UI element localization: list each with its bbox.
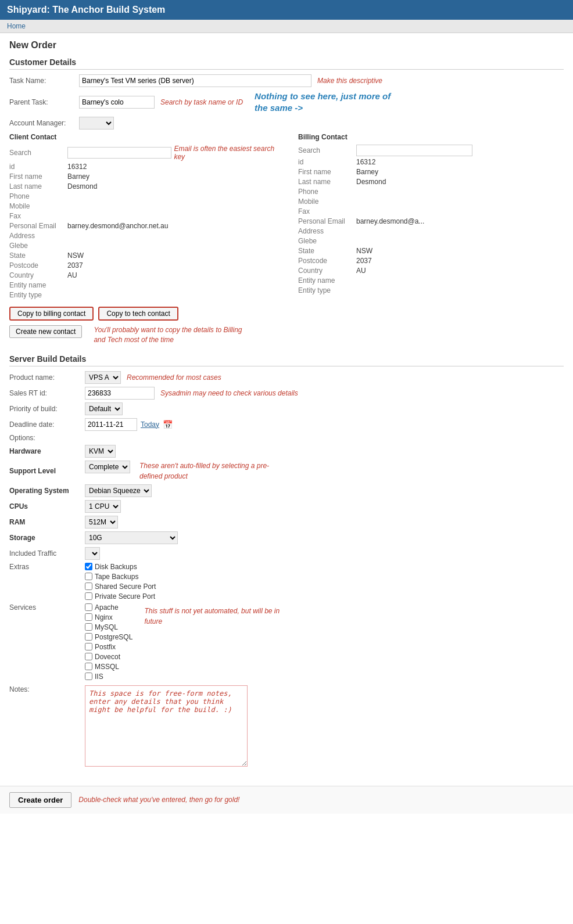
shared-secure-port-checkbox[interactable] xyxy=(85,583,92,590)
deadline-label: Deadline date: xyxy=(9,420,85,429)
deadline-row: Deadline date: Today 📅 xyxy=(9,418,564,431)
billing-email-value: barney.desmond@a... xyxy=(356,217,424,225)
client-email-value: barney.desmond@anchor.net.au xyxy=(67,222,168,230)
client-country-value: AU xyxy=(67,271,77,279)
copy-tech-button[interactable]: Copy to tech contact xyxy=(98,307,178,321)
traffic-row: Included Traffic xyxy=(9,547,564,560)
sales-rt-hint: Sysadmin may need to check various detai… xyxy=(160,389,298,397)
billing-search-label: Search xyxy=(298,146,356,154)
traffic-select[interactable] xyxy=(85,547,100,560)
deadline-input[interactable] xyxy=(85,418,137,431)
client-contact-block: Client Contact Search Email is often the… xyxy=(9,133,275,301)
services-hint: This stuff is not yet automated, but wil… xyxy=(144,606,295,627)
os-select[interactable]: Debian Squeeze xyxy=(85,484,152,497)
contacts-section: Client Contact Search Email is often the… xyxy=(9,133,564,301)
sales-rt-input[interactable] xyxy=(85,387,155,400)
nothing-to-see-annotation: Nothing to see here, just more of the sa… xyxy=(255,91,406,113)
client-entity-type-label: Entity type xyxy=(9,291,67,299)
client-glebe-label: Glebe xyxy=(9,242,67,250)
billing-phone-label: Phone xyxy=(298,188,356,196)
notes-textarea[interactable]: This space is for free-form notes, enter… xyxy=(85,685,248,767)
support-level-row: Support Level Complete These aren't auto… xyxy=(9,461,564,481)
task-name-input[interactable] xyxy=(79,74,311,87)
os-label: Operating System xyxy=(9,487,85,495)
service-dovecot[interactable]: Dovecot xyxy=(85,653,132,661)
billing-first-name-label: First name xyxy=(298,168,356,176)
support-label: Support Level xyxy=(9,467,85,475)
support-annotation-block: Complete These aren't auto-filled by sel… xyxy=(85,461,291,481)
services-checkboxes: Apache Nginx MySQL PostgreSQL Postfix Do… xyxy=(85,603,132,681)
priority-select[interactable]: Default xyxy=(85,402,123,415)
private-secure-port-checkbox[interactable] xyxy=(85,592,92,600)
product-name-select[interactable]: VPS A xyxy=(85,371,121,384)
client-country-label: Country xyxy=(9,271,67,279)
traffic-label: Included Traffic xyxy=(9,549,85,558)
today-link[interactable]: Today xyxy=(141,420,159,429)
hardware-label: Hardware xyxy=(9,447,85,455)
client-search-label: Search xyxy=(9,149,67,157)
product-name-row: Product name: VPS A Recommended for most… xyxy=(9,371,564,384)
client-entity-name-label: Entity name xyxy=(9,281,67,289)
options-label: Options: xyxy=(9,434,85,442)
services-label: Services xyxy=(9,603,85,612)
billing-first-name-value: Barney xyxy=(356,168,378,176)
billing-address-label: Address xyxy=(298,227,356,235)
parent-task-input[interactable] xyxy=(79,96,155,109)
hardware-row: Hardware KVM xyxy=(9,445,564,458)
client-email-label: Personal Email xyxy=(9,222,67,230)
task-name-label: Task Name: xyxy=(9,77,79,85)
copy-billing-button[interactable]: Copy to billing contact xyxy=(9,307,94,321)
service-iis[interactable]: IIS xyxy=(85,673,132,681)
tape-backups-checkbox[interactable] xyxy=(85,573,92,580)
billing-glebe-label: Glebe xyxy=(298,237,356,245)
breadcrumb-home[interactable]: Home xyxy=(7,22,26,30)
service-postgresql[interactable]: PostgreSQL xyxy=(85,633,132,641)
service-apache[interactable]: Apache xyxy=(85,603,132,612)
ram-label: RAM xyxy=(9,518,85,526)
service-nginx[interactable]: Nginx xyxy=(85,613,132,621)
auto-fill-hint: These aren't auto-filled by selecting a … xyxy=(139,461,291,481)
deadline-input-group: Today 📅 xyxy=(85,418,173,431)
client-postcode-value: 2037 xyxy=(67,261,83,269)
service-mysql[interactable]: MySQL xyxy=(85,623,132,631)
disk-backups-checkbox[interactable] xyxy=(85,563,92,570)
billing-state-label: State xyxy=(298,247,356,255)
hardware-select[interactable]: KVM xyxy=(85,445,116,458)
client-phone-label: Phone xyxy=(9,192,67,200)
storage-label: Storage xyxy=(9,534,85,542)
billing-email-label: Personal Email xyxy=(298,217,356,225)
task-name-row: Task Name: Make this descriptive xyxy=(9,74,564,87)
storage-row: Storage 10G xyxy=(9,531,564,544)
account-manager-select[interactable] xyxy=(79,117,114,130)
extras-tape-backups[interactable]: Tape Backups xyxy=(85,573,156,581)
ram-select[interactable]: 512M xyxy=(85,516,118,528)
customer-details-title: Customer Details xyxy=(9,57,564,70)
priority-row: Priority of build: Default xyxy=(9,402,564,415)
calendar-icon[interactable]: 📅 xyxy=(163,420,173,429)
cpus-row: CPUs 1 CPU xyxy=(9,500,564,513)
server-build-title: Server Build Details xyxy=(9,354,564,366)
billing-last-name-label: Last name xyxy=(298,178,356,186)
parent-task-label: Parent Task: xyxy=(9,98,79,106)
client-search-row: Search Email is often the easiest search… xyxy=(9,145,275,161)
service-postfix[interactable]: Postfix xyxy=(85,643,132,651)
client-last-name-label: Last name xyxy=(9,182,67,190)
extras-disk-backups[interactable]: Disk Backups xyxy=(85,563,156,571)
create-order-button[interactable]: Create order xyxy=(9,792,71,808)
storage-select[interactable]: 10G xyxy=(85,531,178,544)
create-contact-button[interactable]: Create new contact xyxy=(9,325,82,338)
billing-search-input[interactable] xyxy=(356,145,472,156)
extras-private-secure-port[interactable]: Private Secure Port xyxy=(85,592,156,601)
client-fax-label: Fax xyxy=(9,212,67,220)
os-row: Operating System Debian Squeeze xyxy=(9,484,564,497)
client-last-name-value: Desmond xyxy=(67,182,97,190)
client-search-input[interactable] xyxy=(67,147,171,159)
cpus-select[interactable]: 1 CPU xyxy=(85,500,121,513)
options-label-row: Options: xyxy=(9,434,564,442)
account-manager-label: Account Manager: xyxy=(9,119,79,127)
service-mssql[interactable]: MSSQL xyxy=(85,663,132,671)
support-select[interactable]: Complete xyxy=(85,461,130,473)
billing-search-row: Search xyxy=(298,145,564,156)
parent-task-row: Parent Task: Search by task name or ID N… xyxy=(9,91,564,113)
extras-shared-secure-port[interactable]: Shared Secure Port xyxy=(85,583,156,591)
